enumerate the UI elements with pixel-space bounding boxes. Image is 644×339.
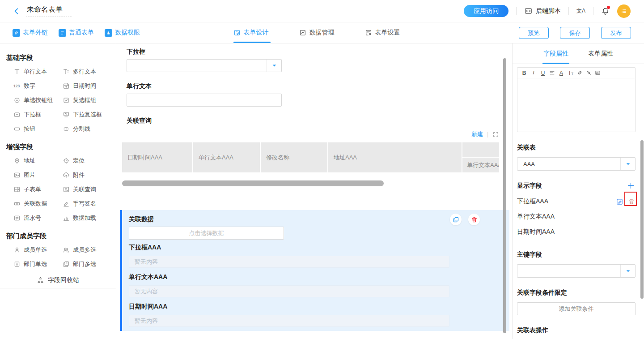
palette-item-attachment[interactable]: 附件	[63, 171, 116, 179]
condition-label: 关联字段条件限定	[517, 289, 635, 297]
palette-item-subform[interactable]: 子表单	[13, 185, 63, 193]
publish-button[interactable]: 发布	[601, 27, 631, 39]
insert-image-icon[interactable]	[595, 70, 601, 76]
table-ops-label: 关联表操作	[517, 326, 635, 335]
palette-item-address[interactable]: 地址	[13, 156, 63, 165]
unlink-icon[interactable]	[586, 70, 592, 76]
basic-fields-grid: 单行文本 多行文本 123 数字 日期时间 单选按钮组 复选框组 下拉框	[13, 67, 116, 133]
table-column-header[interactable]: 地址AAA	[328, 142, 462, 172]
notification-bell-icon[interactable]	[601, 7, 610, 15]
select-suffix[interactable]	[620, 265, 635, 277]
cloud-upload-icon	[63, 172, 70, 179]
tab-field-properties[interactable]: 字段属性	[543, 43, 568, 64]
italic-button[interactable]: I	[530, 69, 537, 76]
palette-item-member-multi[interactable]: 成员多选	[63, 245, 116, 254]
field-label-select: 下拉框	[127, 48, 512, 56]
tab-form-settings[interactable]: 表单设置	[365, 22, 400, 43]
palette-item-multi-select[interactable]: 下拉复选框	[63, 110, 116, 119]
table-column-overflow: 单行文本AAA	[462, 142, 499, 172]
select-icon	[13, 111, 21, 118]
palette-item-linked-query[interactable]: 关联查询	[63, 185, 116, 193]
map-pin-icon	[13, 157, 21, 164]
section-title-enhanced: 增强字段	[0, 143, 116, 151]
single-line-text-icon	[13, 68, 21, 75]
field-palette-sidebar: 基础字段 单行文本 多行文本 123 数字 日期时间 单选按钮组 复选框组	[0, 43, 116, 339]
linked-table-select[interactable]: AAA	[517, 157, 636, 171]
table-horizontal-scrollbar[interactable]	[122, 180, 384, 186]
checkbox-icon	[63, 97, 70, 104]
add-condition-button[interactable]: 添加关联条件	[517, 302, 636, 315]
palette-item-number[interactable]: 123 数字	[13, 82, 63, 90]
edit-field-icon[interactable]	[616, 198, 623, 206]
palette-item-linked-data[interactable]: 关联数据	[13, 199, 63, 208]
editor-body[interactable]	[517, 78, 635, 132]
field-label-linked-data: 关联数据	[129, 215, 154, 223]
palette-item-dept-multi[interactable]: 部门多选	[63, 260, 116, 268]
member-fields-grid: 成员单选 成员多选 部门单选 部门多选	[13, 245, 116, 268]
display-field-row: 下拉框AAA	[517, 196, 635, 207]
table-column-header[interactable]: 修改名称	[261, 142, 327, 172]
tab-data-manage[interactable]: 数据管理	[299, 22, 335, 43]
field-recycle-bin[interactable]: 字段回收站	[0, 272, 116, 288]
primary-key-select[interactable]	[517, 264, 636, 278]
font-color-button[interactable]: A	[558, 70, 564, 76]
link-icon[interactable]	[577, 70, 583, 76]
select-suffix[interactable]	[620, 158, 635, 170]
radio-icon	[13, 97, 21, 104]
preview-button[interactable]: 预览	[519, 27, 549, 39]
palette-item-dept-single[interactable]: 部门单选	[13, 260, 63, 268]
delete-field-button[interactable]	[468, 214, 480, 225]
palette-item-single-text[interactable]: 单行文本	[13, 67, 63, 76]
back-icon[interactable]	[13, 7, 21, 15]
translate-icon[interactable]: 文A	[576, 7, 585, 16]
palette-item-button[interactable]: 按钮	[13, 124, 63, 133]
select-field-input[interactable]	[127, 59, 282, 72]
palette-item-serial-number[interactable]: 流水号	[13, 214, 63, 222]
palette-item-divider[interactable]: 分割线	[63, 124, 116, 133]
palette-item-member-single[interactable]: 成员单选	[13, 245, 63, 254]
tab-form-properties[interactable]: 表单属性	[588, 43, 613, 64]
avatar[interactable]	[617, 4, 631, 18]
tab-form-design[interactable]: 表单设计	[233, 22, 269, 43]
underline-button[interactable]: U	[540, 70, 546, 76]
new-record-link[interactable]: 新建	[471, 130, 483, 138]
table-column-header[interactable]: 单行文本AAA	[193, 142, 260, 172]
palette-item-data-load[interactable]: 数据加载	[63, 214, 116, 222]
toolbar-actions: 预览 保存 发布	[519, 27, 631, 39]
palette-item-datetime[interactable]: 日期时间	[63, 82, 116, 90]
field-label-linked-query: 关联查询	[127, 117, 512, 124]
palette-item-select[interactable]: 下拉框	[13, 110, 63, 119]
panel-vertical-scrollbar[interactable]	[640, 140, 644, 299]
canvas-vertical-scrollbar[interactable]	[503, 58, 506, 333]
form-title[interactable]: 未命名表单	[26, 5, 72, 17]
palette-item-image[interactable]: 图片	[13, 171, 63, 179]
palette-item-radio-group[interactable]: 单选按钮组	[13, 96, 63, 104]
align-icon[interactable]	[549, 70, 555, 76]
save-button[interactable]: 保存	[560, 27, 590, 39]
selection-bar	[120, 210, 122, 331]
palette-item-multi-text[interactable]: 多行文本	[63, 67, 116, 76]
bold-button[interactable]: B	[521, 70, 527, 76]
active-tab-underline	[233, 42, 271, 43]
person-icon	[13, 246, 21, 253]
palette-item-locate[interactable]: 定位	[63, 156, 116, 165]
copy-field-button[interactable]	[450, 214, 462, 225]
editor-toolbar: B I U A TT	[517, 68, 635, 78]
table-column-header[interactable]: 日期时间AAA	[122, 142, 192, 172]
select-suffix[interactable]	[267, 60, 281, 72]
fullscreen-icon[interactable]	[492, 131, 499, 138]
delete-field-icon[interactable]	[628, 198, 635, 205]
palette-item-checkbox-group[interactable]: 复选框组	[63, 96, 116, 104]
form-canvas: 下拉框 单行文本 关联查询 新建 | 日期时间AAA 单行文本AAA 修改名称 …	[116, 43, 512, 339]
table-column-header[interactable]: 单行文本AAA	[462, 158, 499, 172]
department-icon	[13, 261, 21, 268]
add-display-field-icon[interactable]	[627, 181, 635, 190]
font-size-button[interactable]: TT	[568, 70, 574, 76]
backend-script-button[interactable]: 后端脚本	[524, 7, 561, 15]
app-access-button[interactable]: 应用访问	[464, 5, 508, 17]
form-toolbar: 表单外链 普通表单 数据权限 表单设计	[0, 22, 644, 43]
data-picker-input[interactable]: 点击选择数据	[129, 227, 284, 240]
text-field-input[interactable]	[127, 94, 282, 107]
palette-item-signature[interactable]: 手写签名	[63, 199, 116, 208]
linked-data-block-selected[interactable]: 关联数据 点击选择数据 下拉框AAA 暂无内容 单行文本AAA 暂无内容 日期时…	[120, 210, 509, 331]
